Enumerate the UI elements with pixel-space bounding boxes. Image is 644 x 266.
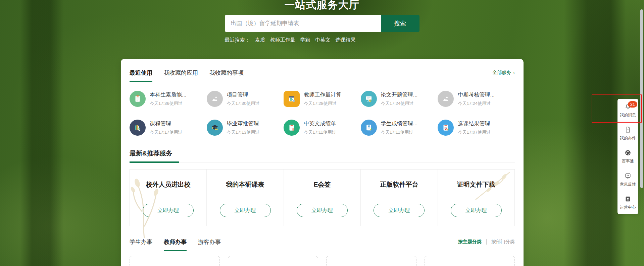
recent-search-term[interactable]: 教师工作量 [270,37,295,43]
tab-visitor-services[interactable]: 游客办事 [198,238,221,251]
sort-by-theme-link[interactable]: 按主题分类 [458,239,482,245]
service-title: 校外人员进出校 [146,180,191,189]
handle-now-button[interactable]: 立即办理 [374,204,425,217]
page-title: 一站式服务大厅 [0,0,644,12]
heading-underline [130,161,179,163]
document-icon [624,126,632,133]
app-last-used: 今天17:24使用过 [458,101,494,107]
classification-links: 按主题分类 按部门分类 [458,239,515,245]
sidebar-item-feedback[interactable]: 意见反馈 [617,168,638,191]
utility-sidebar: 31 我的消息 我的办件 百事通 意见反馈 运营中心 [617,99,638,214]
tab-favorite-apps[interactable]: 我收藏的应用 [164,69,198,82]
recent-search-term[interactable]: 选课结果 [336,37,356,43]
search-button[interactable]: 搜索 [381,15,419,32]
image-placeholder-icon [207,91,223,107]
main-service-card: 最近使用 我收藏的应用 我收藏的事项 全部服务 › 本科生素质能... 今天17… [121,59,524,266]
apps-tabs: 最近使用 我收藏的应用 我收藏的事项 全部服务 › [130,69,515,82]
feedback-bubble-icon [624,172,632,180]
app-item[interactable]: 学生成绩管理... 今天17:11使用过 [361,120,438,136]
app-last-used: 今天17:07使用过 [458,129,491,135]
service-list-row [130,256,515,266]
service-title: 正版软件平台 [380,180,418,189]
headset-icon [624,149,632,156]
chevron-right-icon: › [513,70,515,75]
recent-search-term[interactable]: 中英文 [315,37,331,43]
sidebar-item-operations[interactable]: 运营中心 [617,191,638,214]
service-card: 正版软件平台 立即办理 [361,170,438,226]
tab-recently-used[interactable]: 最近使用 [130,69,152,82]
recommended-services-panel: 校外人员进出校 立即办理 我的本研课表 立即办理 E会签 立即办理 正版软件平台… [130,169,515,226]
audience-tabs: 学生办事 教师办事 游客办事 按主题分类 按部门分类 [130,238,515,251]
graduation-cap-icon [207,120,223,136]
app-item[interactable]: 课程管理 今天17:17使用过 [130,120,207,136]
sidebar-item-helpdesk[interactable]: 百事通 [617,145,638,168]
app-name: 课程管理 [150,120,183,127]
recent-search-term[interactable]: 素质 [255,37,265,43]
all-services-link[interactable]: 全部服务 › [492,70,515,76]
service-card: 证明文件下载 立即办理 [438,170,514,226]
app-item[interactable]: 中期考核管理... 今天17:24使用过 [438,91,515,107]
service-card-placeholder[interactable] [326,256,416,266]
handle-now-button[interactable]: 立即办理 [143,204,194,217]
app-item[interactable]: 教师工作量计算 今天17:28使用过 [284,91,361,107]
clipboard-icon [130,91,146,107]
recommended-section-header: 最新&推荐服务 [130,149,515,162]
sidebar-item-messages[interactable]: 31 我的消息 [617,99,638,122]
app-name: 中期考核管理... [458,91,494,98]
certificate-scroll-icon [361,120,377,136]
app-name: 本科生素质能... [150,91,186,98]
handle-now-button[interactable]: 立即办理 [297,204,348,217]
sidebar-item-label: 意见反馈 [620,182,636,187]
service-card-placeholder[interactable] [130,256,220,266]
app-name: 学生成绩管理... [381,120,417,127]
service-title: E会签 [314,180,331,189]
checklist-icon [438,120,454,136]
service-card: 校外人员进出校 立即办理 [130,170,207,226]
unread-count-badge: 31 [628,101,637,108]
tab-favorite-items[interactable]: 我收藏的事项 [209,69,244,82]
transcript-icon [284,120,300,136]
tab-student-services[interactable]: 学生办事 [130,238,152,251]
vertical-divider [486,239,487,245]
service-title: 证明文件下载 [457,180,495,189]
app-last-used: 今天17:36使用过 [150,101,186,107]
service-card-placeholder[interactable] [228,256,318,266]
app-item[interactable]: 中英文成绩单 今天17:11使用过 [284,120,361,136]
app-item[interactable]: 项目管理 今天17:30使用过 [207,91,284,107]
sidebar-item-label: 我的消息 [620,112,636,118]
app-name: 教师工作量计算 [304,91,341,98]
app-name: 选课结果管理 [458,120,491,127]
app-last-used: 今天17:30使用过 [227,101,260,107]
app-last-used: 今天17:13使用过 [227,129,260,135]
handle-now-button[interactable]: 立即办理 [220,204,271,217]
app-name: 论文开题管理... [381,91,417,98]
operations-center-icon [624,195,632,203]
sidebar-item-label: 运营中心 [620,205,636,210]
recent-apps-grid: 本科生素质能... 今天17:36使用过 项目管理 今天17:30使用过 [130,91,515,136]
tab-teacher-services[interactable]: 教师办事 [164,238,187,251]
app-last-used: 今天17:28使用过 [304,101,341,107]
sidebar-item-my-tasks[interactable]: 我的办件 [617,122,638,145]
recent-search-row: 最近搜索： 素质 教师工作量 学籍 中英文 选课结果 [225,37,419,43]
handle-now-button[interactable]: 立即办理 [451,204,502,217]
app-last-used: 今天17:24使用过 [381,101,417,107]
sidebar-item-label: 我的办件 [620,135,636,141]
app-last-used: 今天17:17使用过 [150,129,183,135]
recent-search-term[interactable]: 学籍 [300,37,310,43]
app-item[interactable]: 论文开题管理... 今天17:24使用过 [361,91,438,107]
service-card-placeholder[interactable] [425,256,515,266]
recommended-heading: 最新&推荐服务 [130,150,172,157]
sort-by-department-link[interactable]: 按部门分类 [491,239,515,245]
search-input[interactable] [225,15,381,32]
sidebar-item-label: 百事通 [622,158,634,164]
app-item[interactable]: 毕业审批管理 今天17:13使用过 [207,120,284,136]
app-item[interactable]: 选课结果管理 今天17:07使用过 [438,120,515,136]
scrollbar-thumb[interactable] [640,9,643,188]
image-placeholder-icon [438,91,454,107]
recent-search-label: 最近搜索： [225,37,250,43]
search-bar: 搜索 [225,15,419,32]
app-name: 毕业审批管理 [227,120,260,127]
app-last-used: 今天17:11使用过 [304,129,336,135]
service-card: 我的本研课表 立即办理 [207,170,284,226]
app-item[interactable]: 本科生素质能... 今天17:36使用过 [130,91,207,107]
